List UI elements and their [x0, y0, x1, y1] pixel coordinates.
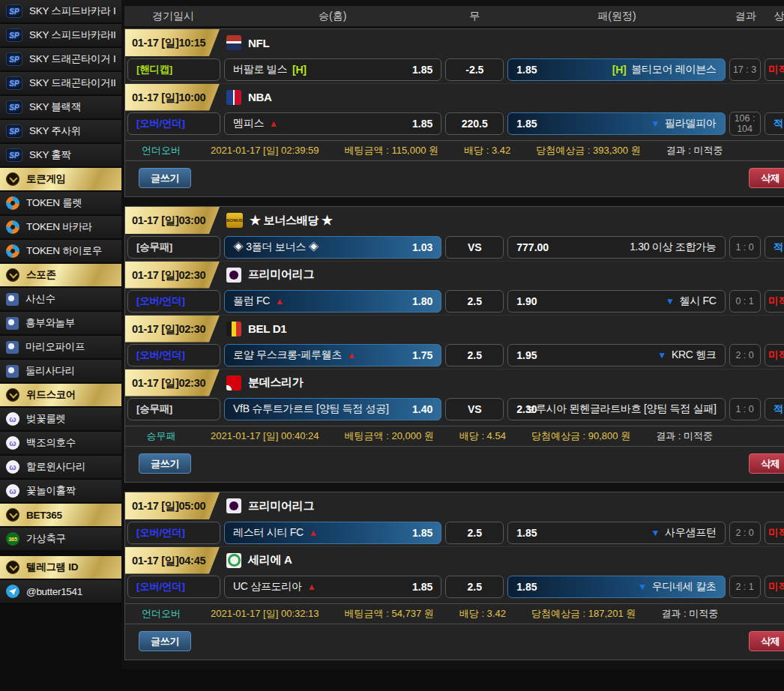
match-bet-row: [핸디캡]버팔로 빌스[H]1.85-2.51.85[H]볼티모어 레이븐스17…: [125, 56, 784, 83]
match-bet-row: [승무패]VfB 슈투트가르트 [양팀 득점 성공]1.40VS2.30보루시아…: [125, 396, 784, 423]
match-league-row: 01-17 [일]02:30BEL D1: [125, 315, 784, 342]
sidebar-item[interactable]: SPSKY 홀짝: [0, 144, 121, 166]
write-button[interactable]: 글쓰기: [139, 453, 191, 474]
draw-line-box: 2.5: [445, 576, 504, 598]
match-date-badge: 01-17 [일]10:15: [125, 29, 220, 56]
match-date-badge: 01-17 [일]05:00: [125, 492, 220, 519]
score-box: 2 : 1: [729, 576, 761, 598]
team-name: 첼시 FC: [680, 295, 717, 308]
match-league-row: 01-17 [일]10:00NBA: [125, 83, 784, 110]
ticket-actions: 글쓰기삭제: [125, 624, 784, 660]
sidebar-item-label: SKY 홀짝: [29, 148, 71, 162]
away-odds: 1.90: [516, 295, 537, 307]
team-name: ◈ 3폴더 보너스 ◈: [233, 241, 319, 254]
chevron-down-icon: [6, 172, 19, 186]
withscore-icon: ω: [6, 436, 19, 450]
col-header-win-home: 승(홈): [223, 10, 441, 23]
away-odds: 1.85: [516, 581, 537, 593]
summary-bet-amount: 베팅금액 : 54,737 원: [345, 607, 434, 621]
team-name: 레스터 시티 FC: [233, 526, 304, 540]
sp-icon: SP: [6, 100, 22, 114]
team-name: 1.30 이상 조합가능: [630, 241, 716, 254]
write-button[interactable]: 글쓰기: [139, 168, 191, 188]
nba-league-icon: [226, 90, 241, 105]
league-name: ★ 보너스배당 ★: [250, 214, 333, 228]
match-date-badge: 01-17 [일]02:30: [125, 316, 220, 343]
sidebar-group-header[interactable]: 스포존: [0, 264, 121, 286]
draw-line-box: -2.5: [445, 58, 504, 81]
sidebar-item[interactable]: SPSKY 스피드바카라 I: [0, 0, 121, 22]
sidebar-item[interactable]: ω할로윈사다리: [0, 456, 121, 478]
delete-button[interactable]: 삭제: [749, 631, 784, 651]
sidebar-item[interactable]: @butter1541: [0, 580, 121, 603]
sidebar-group-header[interactable]: 토큰게임: [0, 168, 121, 190]
team-name: 우디네세 칼초: [652, 580, 717, 594]
sidebar-item[interactable]: SPSKY 드래곤타이거II: [0, 72, 121, 94]
home-odds: 1.75: [412, 349, 432, 361]
match-bet-row: [오버/언더]멤피스▲1.85220.51.85▼필라델피아106 : 104적…: [125, 110, 784, 137]
sp-icon: SP: [6, 124, 22, 138]
telegram-icon: [6, 585, 19, 598]
token-icon: [6, 244, 19, 258]
sidebar-item[interactable]: SPSKY 스피드바카라II: [0, 24, 121, 46]
league-name: BEL D1: [248, 322, 286, 335]
app-root: SPSKY 스피드바카라 ISPSKY 스피드바카라IISPSKY 드래곤타이거…: [0, 0, 784, 669]
sidebar-item[interactable]: 흥부와놀부: [0, 312, 121, 334]
league-cell: 분데스리가: [226, 375, 304, 390]
home-team: UC 삼프도리아▲: [233, 580, 406, 594]
status-badge: 미적중: [765, 344, 784, 366]
sidebar-item[interactable]: SPSKY 주사위: [0, 120, 121, 142]
sidebar-item[interactable]: TOKEN 하이로우: [0, 240, 121, 262]
match-bet-row: [오버/언더]레스터 시티 FC▲1.852.51.85▼사우샘프턴2 : 0미…: [125, 519, 784, 546]
sidebar-item[interactable]: ω벚꽃룰렛: [0, 408, 121, 430]
delete-button[interactable]: 삭제: [749, 168, 784, 188]
team-name: 풀럼 FC: [233, 295, 270, 308]
match-bet-row: [오버/언더]UC 삼프도리아▲1.852.51.85▼우디네세 칼초2 : 1…: [125, 573, 784, 600]
bet-summary-row: 언더오버2021-01-17 [일] 02:39:59베팅금액 : 115,00…: [125, 140, 784, 161]
away-pick-box: 1.85▼필라델피아: [507, 112, 725, 135]
status-badge: 미적중: [765, 576, 784, 598]
sidebar-item[interactable]: TOKEN 룰렛: [0, 192, 121, 214]
sidebar-group-header[interactable]: BET365: [0, 504, 121, 526]
league-name: 세리에 A: [248, 553, 292, 567]
home-pick-box: 로얄 무스크롱-페루웰츠▲1.75: [224, 344, 441, 366]
sportzone-icon: [6, 293, 19, 306]
sidebar-item[interactable]: 마리오파이프: [0, 336, 121, 358]
bet-summary-row: 승무패2021-01-17 [일] 00:40:24베팅금액 : 20,000 …: [125, 426, 784, 447]
score-box: 2 : 0: [729, 344, 761, 366]
match-league-row: 01-17 [일]10:15NFL: [125, 29, 784, 56]
sidebar-item-label: 벚꽃룰렛: [26, 412, 66, 426]
sp-icon: SP: [6, 148, 22, 162]
draw-line-box: 220.5: [445, 112, 504, 135]
league-cell: 세리에 A: [226, 553, 292, 568]
sidebar-item[interactable]: SPSKY 블랙잭: [0, 96, 121, 118]
chevron-down-icon: [6, 508, 19, 522]
team-name: 버팔로 빌스: [233, 63, 287, 76]
team-name: 볼티모어 레이븐스: [631, 63, 716, 76]
away-pick-box: 2.30보루시아 묀헨글라트바흐 [양팀 득점 실패]: [507, 398, 725, 420]
home-team: 멤피스▲: [233, 117, 406, 130]
away-team: 보루시아 묀헨글라트바흐 [양팀 득점 실패]: [543, 402, 717, 416]
sidebar-item[interactable]: SPSKY 드래곤타이거 I: [0, 48, 121, 70]
handicap-tag: [H]: [292, 64, 307, 76]
sidebar-item[interactable]: 둘리사다리: [0, 360, 121, 382]
home-team: 버팔로 빌스[H]: [233, 63, 406, 76]
sidebar-item[interactable]: ω꽃놀이홀짝: [0, 480, 121, 502]
score-box: 1 : 0: [729, 398, 761, 420]
home-team: 로얄 무스크롱-페루웰츠▲: [233, 348, 406, 362]
sidebar-item[interactable]: TOKEN 바카라: [0, 216, 121, 238]
write-button[interactable]: 글쓰기: [139, 631, 191, 651]
odds-up-arrow-icon: ▲: [347, 350, 356, 360]
sidebar-group-header[interactable]: 위드스코어: [0, 384, 121, 406]
sidebar-item[interactable]: ω백조의호수: [0, 432, 121, 454]
status-badge: 미적중: [765, 290, 784, 313]
sidebar-group-header[interactable]: 텔레그램 ID: [0, 556, 121, 579]
delete-button[interactable]: 삭제: [749, 453, 784, 474]
status-badge: 적중: [765, 112, 784, 135]
match-date-badge: 01-17 [일]10:00: [125, 84, 220, 111]
sidebar-item[interactable]: 365가상축구: [0, 528, 121, 550]
sidebar: SPSKY 스피드바카라 ISPSKY 스피드바카라IISPSKY 드래곤타이거…: [0, 0, 121, 669]
home-pick-box: ◈ 3폴더 보너스 ◈1.03: [224, 236, 441, 259]
sidebar-item[interactable]: 사신수: [0, 288, 121, 310]
home-odds: 1.80: [412, 295, 432, 307]
